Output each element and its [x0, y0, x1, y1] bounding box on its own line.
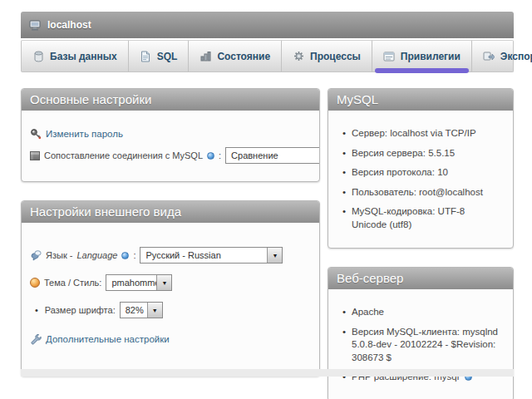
- list-item: Версия протокола: 10: [352, 166, 501, 180]
- language-select-value: Русский - Russian: [140, 248, 267, 263]
- list-item: Версия MySQL-клиента: mysqlnd 5.0.8-dev …: [352, 326, 501, 365]
- charset-grid-icon: [30, 151, 40, 160]
- theme-label: Тема / Стиль:: [44, 278, 101, 288]
- theme-select-value: pmahomme: [106, 275, 156, 290]
- font-size-row: • Размер шрифта: 82% ▼: [30, 302, 311, 318]
- help-icon[interactable]: [121, 252, 129, 259]
- help-icon[interactable]: [207, 152, 214, 160]
- list-item: Версия сервера: 5.5.15: [352, 147, 501, 160]
- left-column: Основные настройки Изменить пароль: [21, 88, 320, 395]
- theme-palette-icon: [30, 278, 40, 288]
- language-label-en: Language: [76, 250, 117, 260]
- theme-row: Тема / Стиль: pmahomme ▼: [30, 274, 311, 291]
- tab-export[interactable]: Экспорт: [472, 41, 532, 71]
- colon-separator: :: [219, 150, 221, 160]
- panel-body: Apache Версия MySQL-клиента: mysqlnd 5.0…: [328, 289, 513, 399]
- list-item: Сервер: localhost via TCP/IP: [352, 127, 501, 140]
- status-icon: [200, 50, 212, 62]
- tab-label: Экспорт: [500, 51, 532, 62]
- tab-label: Состояние: [217, 51, 270, 62]
- right-column: MySQL Сервер: localhost via TCP/IP Верси…: [328, 88, 514, 399]
- tab-label: SQL: [157, 51, 178, 62]
- tab-databases[interactable]: Базы данных: [22, 41, 129, 71]
- database-icon: [32, 50, 45, 62]
- panel-title: Настройки внешнего вида: [22, 201, 319, 223]
- list-item: MySQL-кодировка: UTF-8 Unicode (utf8): [352, 205, 501, 231]
- panel-general-settings: Основные настройки Изменить пароль: [21, 88, 320, 182]
- dropdown-arrow-icon: ▼: [147, 303, 162, 318]
- dropdown-arrow-icon: ▼: [267, 248, 282, 263]
- font-size-select-value: 82%: [121, 303, 147, 318]
- font-size-select[interactable]: 82% ▼: [120, 302, 163, 318]
- list-item: Пользователь: root@localhost: [352, 186, 501, 200]
- processes-gear-icon: [293, 50, 305, 62]
- more-settings-row: Дополнительные настройки: [30, 333, 311, 345]
- language-row: Язык - Language : Русский - Russian ▼: [30, 247, 311, 264]
- tab-status[interactable]: Состояние: [189, 41, 282, 71]
- theme-select[interactable]: pmahomme ▼: [106, 274, 172, 291]
- sql-file-icon: [140, 50, 152, 62]
- colon-separator: :: [133, 250, 135, 260]
- panel-body: Изменить пароль Сопоставление соединения…: [22, 111, 319, 181]
- panel-body: Язык - Language : Русский - Russian ▼ Те…: [22, 223, 319, 376]
- panel-mysql-info: MySQL Сервер: localhost via TCP/IP Верси…: [328, 88, 514, 249]
- main-nav-tabs: Базы данных SQL: [21, 40, 514, 72]
- page-footer-strip: [21, 369, 514, 377]
- privileges-icon: [383, 50, 396, 62]
- panel-appearance-settings: Настройки внешнего вида Язык - Language: [21, 200, 320, 377]
- font-size-label: Размер шрифта:: [45, 305, 116, 315]
- change-password-row: Изменить пароль: [30, 128, 311, 140]
- language-select[interactable]: Русский - Russian ▼: [140, 247, 283, 264]
- export-icon: [483, 50, 495, 62]
- language-label-ru: Язык -: [46, 250, 72, 260]
- tab-label: Привилегии: [401, 51, 461, 62]
- tab-sql[interactable]: SQL: [129, 41, 190, 71]
- tab-label: Процессы: [310, 51, 361, 62]
- phpmyadmin-main-area: localhost Базы данных: [21, 12, 514, 399]
- connection-collation-row: Сопоставление соединения с MySQL : Сравн…: [30, 147, 311, 164]
- language-bubbles-icon: [30, 249, 42, 261]
- server-host-label[interactable]: localhost: [47, 19, 91, 31]
- list-item: Apache: [352, 306, 501, 319]
- panel-webserver-info: Веб-сервер Apache Версия MySQL-клиента: …: [328, 267, 514, 399]
- panel-title: Веб-сервер: [328, 268, 513, 289]
- more-settings-link[interactable]: Дополнительные настройки: [46, 334, 170, 344]
- active-tab-highlight: [375, 68, 469, 73]
- collation-select[interactable]: Сравнение ▼: [225, 147, 320, 164]
- dropdown-arrow-icon: ▼: [156, 275, 171, 290]
- tab-processes[interactable]: Процессы: [282, 41, 372, 71]
- page-background: { "window": { "title": "localhost" }, "t…: [0, 0, 532, 399]
- server-breadcrumb-bar: localhost: [21, 12, 514, 38]
- server-icon: [29, 20, 42, 31]
- wrench-icon: [30, 333, 42, 345]
- panel-title: MySQL: [328, 89, 513, 111]
- key-icon: [30, 128, 42, 140]
- panel-title: Основные настройки: [22, 89, 319, 111]
- collation-select-value: Сравнение: [226, 148, 320, 163]
- change-password-link[interactable]: Изменить пароль: [46, 129, 123, 139]
- mysql-info-list: Сервер: localhost via TCP/IP Версия серв…: [338, 127, 505, 231]
- tab-label: Базы данных: [50, 51, 117, 62]
- content-columns: Основные настройки Изменить пароль: [21, 88, 514, 399]
- panel-body: Сервер: localhost via TCP/IP Версия серв…: [328, 111, 513, 248]
- collation-label: Сопоставление соединения с MySQL: [44, 150, 203, 160]
- bullet-icon: •: [35, 305, 38, 315]
- tab-privileges[interactable]: Привилегии: [372, 41, 472, 71]
